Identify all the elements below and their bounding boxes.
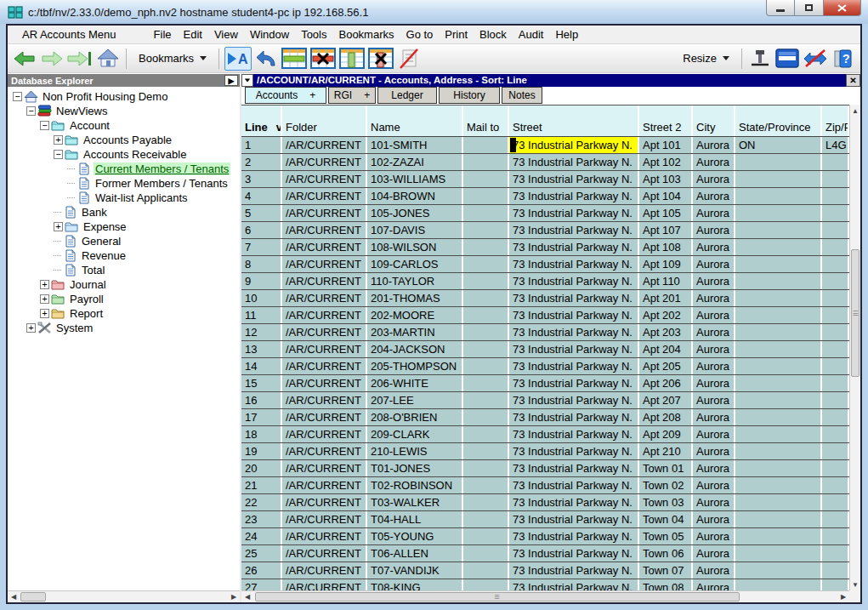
cell-state[interactable] <box>735 562 822 579</box>
cell-folder[interactable]: /AR/CURRENT <box>282 409 367 425</box>
cell-name[interactable]: 207-LEE <box>367 392 463 408</box>
cell-zip[interactable] <box>822 256 849 272</box>
row-number[interactable]: 1 <box>241 137 282 153</box>
forward-button[interactable] <box>39 47 65 71</box>
collapse-icon[interactable]: − <box>13 92 22 101</box>
cell-street[interactable]: 73 Industrial Parkway N. <box>509 579 639 590</box>
cell-name[interactable]: 201-THOMAS <box>367 290 463 306</box>
cell-mail_to[interactable] <box>463 545 509 562</box>
cell-street2[interactable]: Apt 104 <box>639 188 693 204</box>
cell-zip[interactable] <box>822 324 849 340</box>
cell-state[interactable] <box>735 256 822 272</box>
cell-state[interactable] <box>735 460 822 476</box>
cell-state[interactable] <box>735 222 822 238</box>
cell-state[interactable] <box>735 324 822 340</box>
row-number[interactable]: 26 <box>241 562 282 579</box>
cell-street2[interactable]: Apt 103 <box>639 171 693 187</box>
maximize-button[interactable] <box>795 0 824 16</box>
scroll-left-icon[interactable]: ◀ <box>8 591 20 602</box>
tree-item-accounts-receivable[interactable]: −Accounts Receivable <box>8 147 240 162</box>
cell-mail_to[interactable] <box>463 137 509 153</box>
cell-mail_to[interactable] <box>463 171 509 187</box>
cell-state[interactable] <box>735 341 822 357</box>
row-number[interactable]: 16 <box>241 392 282 408</box>
cell-folder[interactable]: /AR/CURRENT <box>282 239 367 255</box>
collapse-icon[interactable]: − <box>40 121 49 130</box>
cell-name[interactable]: 108-WILSON <box>367 239 463 255</box>
cell-name[interactable]: 210-LEWIS <box>367 443 463 459</box>
cell-street2[interactable]: Apt 109 <box>639 256 693 272</box>
row-number[interactable]: 6 <box>241 222 282 238</box>
cell-city[interactable]: Aurora <box>693 375 735 391</box>
row-number[interactable]: 8 <box>241 256 282 272</box>
cell-street2[interactable]: Apt 210 <box>639 443 693 459</box>
cell-state[interactable] <box>735 443 822 459</box>
cell-city[interactable]: Aurora <box>693 562 735 579</box>
cell-state[interactable] <box>735 375 822 391</box>
tab-accounts[interactable]: Accounts+ <box>245 87 326 104</box>
cell-street2[interactable]: Apt 105 <box>639 205 693 221</box>
column-header-city[interactable]: City <box>693 105 735 136</box>
cell-zip[interactable] <box>822 443 849 459</box>
cell-city[interactable]: Aurora <box>693 528 735 544</box>
cell-folder[interactable]: /AR/CURRENT <box>282 188 367 204</box>
cell-zip[interactable] <box>822 528 849 544</box>
row-number[interactable]: 7 <box>241 239 282 255</box>
scroll-thumb[interactable]: ☰ <box>851 249 859 377</box>
row-number[interactable]: 22 <box>241 494 282 510</box>
cell-city[interactable]: Aurora <box>693 154 735 170</box>
cell-street[interactable]: 73 Industrial Parkway N. <box>509 460 639 476</box>
cell-street2[interactable]: Apt 202 <box>639 307 693 323</box>
cell-state[interactable] <box>735 528 822 544</box>
cell-name[interactable]: 104-BROWN <box>367 188 463 204</box>
cell-zip[interactable] <box>822 239 849 255</box>
cell-zip[interactable] <box>822 307 849 323</box>
tree-item-total[interactable]: Total <box>8 263 240 277</box>
cell-street2[interactable]: Town 06 <box>639 545 693 562</box>
table-vscrollbar[interactable]: ▲ ☰ ▼ <box>849 105 860 590</box>
cell-street2[interactable]: Apt 207 <box>639 392 693 408</box>
column-header-line[interactable]: Linev <box>241 105 282 136</box>
cell-name[interactable]: 209-CLARK <box>367 426 463 442</box>
cell-street[interactable]: 73 Industrial Parkway N. <box>509 188 639 204</box>
scroll-left-icon[interactable]: ◀ <box>241 591 253 602</box>
cell-mail_to[interactable] <box>463 239 509 255</box>
cell-street[interactable]: 73 Industrial Parkway N. <box>509 426 639 442</box>
cell-zip[interactable] <box>822 494 849 510</box>
cell-zip[interactable] <box>822 409 849 425</box>
cell-street[interactable]: 73 Industrial Parkway N. <box>509 256 639 272</box>
cell-street2[interactable]: Apt 101 <box>639 137 693 153</box>
cell-mail_to[interactable] <box>463 290 509 306</box>
cell-mail_to[interactable] <box>463 460 509 476</box>
cell-mail_to[interactable] <box>463 477 509 493</box>
cell-street[interactable]: 73 Industrial Parkway N. <box>509 137 639 153</box>
cell-street[interactable]: 73 Industrial Parkway N. <box>509 375 639 391</box>
row-number[interactable]: 3 <box>241 171 282 187</box>
tree-item-current-members-tenants[interactable]: Current Members / Tenants <box>8 162 240 176</box>
cell-street[interactable]: 73 Industrial Parkway N. <box>509 205 639 221</box>
cell-street[interactable]: 73 Industrial Parkway N. <box>509 477 639 493</box>
scroll-right-icon[interactable]: ▶ <box>837 591 849 602</box>
tree-item-bank[interactable]: Bank <box>8 205 240 219</box>
row-number[interactable]: 24 <box>241 528 282 544</box>
undo-button[interactable] <box>253 47 279 71</box>
tree-item-expense[interactable]: +Expense <box>8 219 240 234</box>
cell-state[interactable] <box>735 171 822 187</box>
cell-zip[interactable] <box>822 205 849 221</box>
scroll-thumb[interactable]: ☰ <box>255 592 740 601</box>
cell-folder[interactable]: /AR/CURRENT <box>282 137 367 153</box>
collapse-icon[interactable]: − <box>26 106 36 116</box>
cell-folder[interactable]: /AR/CURRENT <box>282 290 367 306</box>
cell-folder[interactable]: /AR/CURRENT <box>282 579 367 590</box>
tab-plus[interactable]: + <box>309 89 315 101</box>
cell-street2[interactable]: Town 08 <box>639 579 693 590</box>
cell-state[interactable] <box>735 154 822 170</box>
cell-mail_to[interactable] <box>463 154 509 170</box>
insert-column-button[interactable] <box>338 47 366 71</box>
cell-state[interactable] <box>735 477 822 493</box>
cell-zip[interactable] <box>822 392 849 408</box>
cell-folder[interactable]: /AR/CURRENT <box>282 477 367 493</box>
cell-zip[interactable]: L4G <box>822 137 849 153</box>
cell-mail_to[interactable] <box>463 205 509 221</box>
cell-street2[interactable]: Apt 206 <box>639 375 693 391</box>
